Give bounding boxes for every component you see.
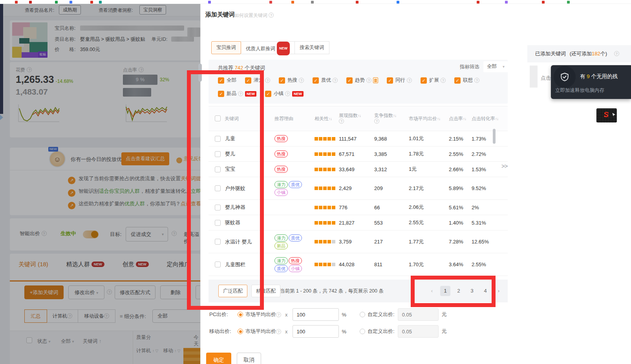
custom-bid-option: 自定义出价: <box>368 328 395 335</box>
column-header[interactable]: 竞争指数↑↓? <box>374 113 409 124</box>
help-icon[interactable]: ? <box>276 312 281 317</box>
filter-checkbox[interactable]: ✓热搜? <box>279 77 304 84</box>
avg-bid-cell: 2.55元 <box>409 219 449 226</box>
relevance-cell <box>315 220 339 226</box>
help-icon[interactable]: ? <box>339 119 344 124</box>
help-icon[interactable]: ? <box>333 78 338 83</box>
relevance-cell <box>315 205 339 210</box>
help-icon[interactable]: ? <box>374 119 379 124</box>
help-icon[interactable]: ? <box>265 78 270 83</box>
column-header[interactable]: 推荐理由 <box>274 116 315 122</box>
popup-action-link[interactable]: 立即加速释放电脑内存 <box>555 87 604 94</box>
annotation-rectangle-pagination <box>411 276 496 307</box>
confirm-button[interactable]: 确定 <box>206 353 231 364</box>
market-bid-radio[interactable] <box>238 329 243 334</box>
browser-favicon[interactable] <box>55 1 58 4</box>
sort-icon[interactable]: ↑↓ <box>437 117 440 121</box>
shield-icon <box>554 66 576 88</box>
filter-checkbox[interactable]: ✓联想? <box>454 77 479 84</box>
browser-favicon[interactable] <box>542 1 545 4</box>
pc-bid-row: PC出价:市场平均出价?x%自定义出价:元 <box>209 308 447 321</box>
modal-tab[interactable]: 搜索关键词 <box>294 41 329 54</box>
filter-checkbox[interactable]: ✓扩展? <box>421 77 446 84</box>
ctr-cell: 5.89% <box>449 185 472 191</box>
filter-checkbox[interactable]: ✓小镇?NEW <box>265 90 304 97</box>
ctr-cell: 7.28% <box>449 239 472 245</box>
column-header[interactable]: 展现指数↑↓? <box>339 113 374 124</box>
s-app-icon[interactable]: S <box>596 108 617 123</box>
market-bid-radio[interactable] <box>238 312 243 317</box>
modal-tab[interactable]: 宝贝推词 <box>211 41 241 54</box>
reason-tag: 潜力 <box>274 234 288 241</box>
competition-cell: 209 <box>374 185 409 191</box>
avg-bid-cell: 1.70元 <box>409 261 449 268</box>
metric-filter-select[interactable]: 全部 ▾ <box>483 61 508 72</box>
ctr-cell: 3.64% <box>449 262 472 267</box>
sort-icon[interactable]: ↑↓ <box>495 117 498 121</box>
browser-favicon[interactable] <box>505 1 508 4</box>
sort-icon[interactable]: ↑↓ <box>329 117 332 121</box>
browser-favicon[interactable] <box>356 1 358 4</box>
relevance-cell <box>315 185 339 191</box>
browser-favicon[interactable] <box>311 1 314 4</box>
relevance-cell <box>315 239 339 245</box>
reason-tag: 小镇 <box>289 265 302 272</box>
help-icon[interactable]: ? <box>299 78 304 83</box>
reason-tag: 热搜 <box>289 257 302 264</box>
reason-cell: 潜力质优新品 <box>274 234 312 250</box>
sort-icon[interactable]: ↑↓ <box>393 113 396 118</box>
browser-favicon[interactable] <box>477 1 479 4</box>
help-icon[interactable]: ? <box>276 329 281 334</box>
reason-tag: 热搜 <box>274 166 288 173</box>
bid-percent-input[interactable] <box>293 308 339 321</box>
help-icon[interactable]: ? <box>407 78 412 83</box>
sort-icon[interactable]: ↑↓ <box>358 113 361 118</box>
bid-percent-input[interactable] <box>293 325 339 338</box>
custom-bid-input[interactable] <box>398 308 439 321</box>
filter-checkbox[interactable]: ✓趋势? <box>346 77 378 84</box>
browser-favicon[interactable] <box>29 1 32 4</box>
cvr-cell: 2% <box>472 205 505 210</box>
impression-cell: 111,547 <box>339 136 374 142</box>
filter-checkbox[interactable]: ✓质优? <box>313 77 338 84</box>
help-icon[interactable]: ? <box>441 78 446 83</box>
reason-tag: 热搜 <box>274 135 288 142</box>
help-icon[interactable]: ? <box>285 91 290 96</box>
system-cleaner-popup[interactable]: 有 9 个无用的残 立即加速释放电脑内存 <box>551 65 631 99</box>
column-header[interactable]: 点击转化率↑↓ <box>472 116 505 122</box>
browser-favicon[interactable] <box>291 1 294 4</box>
browser-favicon[interactable] <box>269 1 272 4</box>
ctr-cell: 1.40% <box>449 220 472 226</box>
filter-checkbox[interactable]: ✓同行? <box>387 77 412 84</box>
custom-bid-radio[interactable] <box>360 329 365 334</box>
browser-favicon[interactable] <box>567 1 570 4</box>
impression-cell: 44,028 <box>339 262 374 267</box>
modal-subtitle[interactable]: 如何设置关键词? <box>234 12 274 19</box>
modal-tab[interactable]: 优质人群推词NEW <box>241 41 295 54</box>
checked-checkbox-icon: ✓ <box>313 77 319 84</box>
help-icon[interactable]: ? <box>366 78 371 83</box>
help-icon[interactable]: ? <box>614 51 619 56</box>
trend-doc-icon <box>373 77 378 83</box>
custom-bid-radio[interactable] <box>360 312 365 317</box>
table-scrollbar-thumb[interactable] <box>493 129 496 144</box>
checked-checkbox-icon: ✓ <box>421 77 427 84</box>
help-icon[interactable]: ? <box>474 78 479 83</box>
column-header[interactable]: 点击率↑↓ <box>449 116 472 122</box>
browser-favicon[interactable] <box>208 1 211 4</box>
column-header[interactable]: 市场平均出价↑↓ <box>409 116 449 122</box>
impression-cell: 67,571 <box>339 151 374 157</box>
browser-favicon[interactable] <box>397 1 399 4</box>
impression-cell: 21,827 <box>339 220 374 226</box>
competition-cell: 66 <box>374 205 409 210</box>
expand-panel-icon[interactable]: >> <box>501 163 508 169</box>
column-header[interactable]: 相关性↑↓ <box>315 116 339 122</box>
avg-bid-cell: 1.78元 <box>409 150 449 157</box>
custom-bid-input[interactable] <box>398 325 439 338</box>
browser-favicon[interactable] <box>99 1 102 4</box>
cancel-button[interactable]: 取消 <box>237 353 261 364</box>
browser-favicon[interactable] <box>15 1 18 4</box>
sort-icon[interactable]: ↑↓ <box>463 117 466 121</box>
browser-favicon[interactable] <box>90 1 93 4</box>
browser-favicon[interactable] <box>70 1 72 4</box>
